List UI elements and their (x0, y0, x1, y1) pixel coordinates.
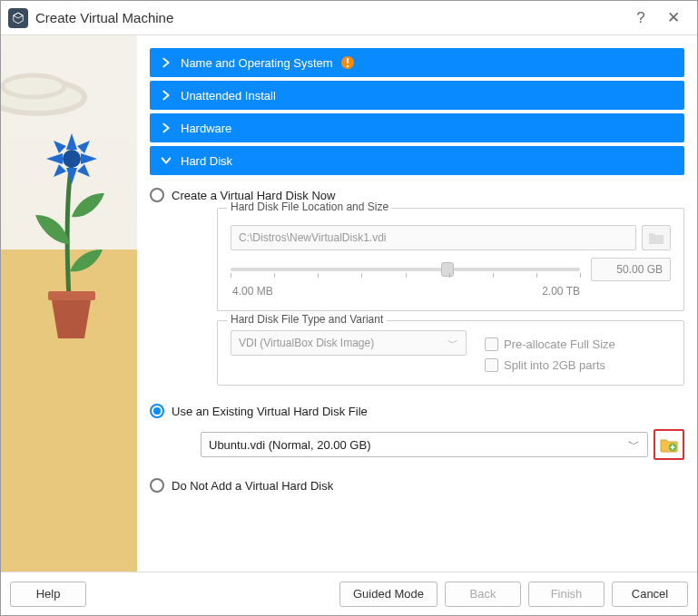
axis-max: 2.00 TB (542, 285, 580, 298)
cancel-button[interactable]: Cancel (612, 582, 688, 607)
option-use-existing[interactable]: Use an Existing Virtual Hard Disk File (150, 404, 684, 418)
folder-icon (648, 230, 664, 245)
radio-icon (150, 478, 164, 493)
wizard-sidebar (1, 35, 137, 572)
option-no-disk[interactable]: Do Not Add a Virtual Hard Disk (150, 478, 684, 493)
guided-mode-button[interactable]: Guided Mode (339, 582, 437, 607)
section-hardware[interactable]: Hardware (150, 113, 684, 142)
back-button[interactable]: Back (445, 582, 521, 607)
disk-size-value: 50.00 GB (591, 258, 671, 281)
window-title: Create Virtual Machine (35, 10, 173, 25)
chevron-right-icon (159, 55, 173, 70)
existing-disk-select[interactable]: Ubuntu.vdi (Normal, 20.00 GB) ﹀ (201, 432, 648, 457)
radio-icon (150, 188, 164, 202)
finish-button[interactable]: Finish (528, 582, 605, 607)
section-label: Hard Disk (181, 154, 232, 168)
group-location-size: Hard Disk File Location and Size C:\Dist… (217, 208, 684, 311)
disk-path-input: C:\Distros\NewVirtualDisk1.vdi (231, 225, 636, 250)
titlebar: Create Virtual Machine ? ✕ (1, 1, 697, 35)
disk-type-select: VDI (VirtualBox Disk Image) ﹀ (231, 330, 467, 356)
disk-size-slider (231, 260, 580, 279)
chevron-down-icon (159, 153, 173, 168)
section-label: Hardware (181, 122, 231, 135)
checkbox-icon (485, 358, 498, 372)
radio-icon (150, 404, 164, 418)
sidebar-illustration (1, 63, 137, 407)
folder-add-icon (660, 436, 678, 453)
create-vm-window: Create Virtual Machine ? ✕ (0, 0, 698, 616)
axis-min: 4.00 MB (232, 285, 273, 298)
section-label: Name and Operating System (181, 56, 333, 70)
section-label: Unattended Install (181, 89, 276, 103)
group-type-variant: Hard Disk File Type and Variant VDI (Vir… (217, 320, 684, 386)
warning-icon (340, 55, 355, 70)
preallocate-checkbox: Pre-allocate Full Size (485, 337, 615, 351)
footer: Help Guided Mode Back Finish Cancel (1, 572, 697, 615)
checkbox-icon (485, 337, 498, 351)
section-unattended[interactable]: Unattended Install (150, 81, 684, 110)
browse-folder-button (642, 225, 671, 250)
svg-point-1 (3, 75, 64, 97)
group-legend: Hard Disk File Location and Size (227, 200, 392, 213)
group-legend: Hard Disk File Type and Variant (227, 313, 387, 326)
section-name-os[interactable]: Name and Operating System (150, 48, 684, 77)
chevron-down-icon: ﹀ (447, 336, 458, 351)
main-panel: Name and Operating System Unattended Ins… (137, 35, 697, 572)
section-hard-disk[interactable]: Hard Disk (150, 146, 684, 175)
chevron-down-icon: ﹀ (628, 436, 640, 453)
help-button[interactable]: Help (10, 582, 86, 607)
split-2gb-checkbox: Split into 2GB parts (485, 358, 615, 372)
chevron-right-icon (159, 121, 173, 135)
app-icon (8, 8, 28, 28)
add-disk-button[interactable] (654, 429, 684, 460)
svg-point-2 (63, 150, 81, 168)
help-button[interactable]: ? (624, 2, 657, 34)
close-button[interactable]: ✕ (657, 2, 690, 34)
chevron-right-icon (159, 88, 173, 103)
svg-rect-3 (48, 291, 95, 300)
